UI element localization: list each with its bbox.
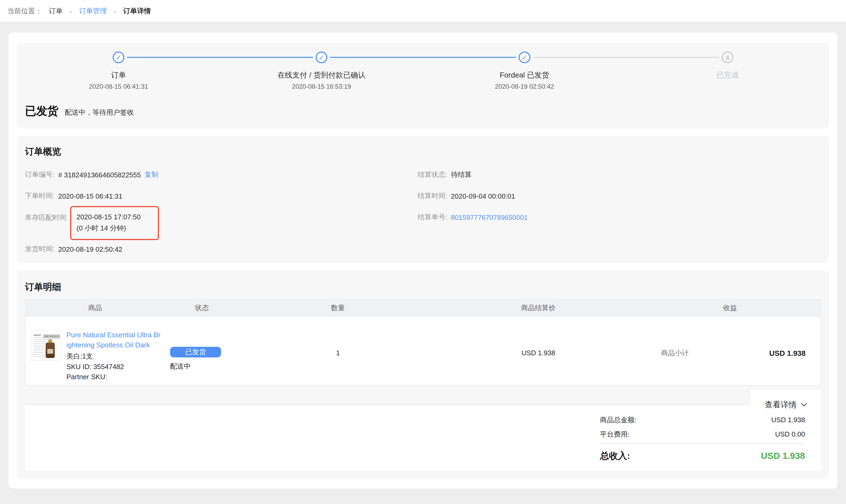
platform-fee-value: USD 0.00	[775, 430, 805, 438]
total-income-value: USD 1.938	[761, 451, 805, 462]
step-label: 在线支付 / 货到付款已确认	[277, 71, 365, 80]
breadcrumb: 当前位置： 订单 › 订单管理 › 订单详情	[0, 0, 846, 22]
settle-number-row: 结算单号: 80159777670789650001	[418, 213, 528, 222]
step-connector-pending	[533, 57, 719, 58]
column-header-status: 状态	[165, 303, 239, 312]
step-number-circle-icon: 4	[722, 52, 733, 63]
totals-section: 查看详情 商品总金额: USD 1.938 平台费用: USD 0.00	[25, 405, 821, 470]
settle-status-label: 结算状态:	[418, 170, 447, 180]
product-partner-sku: Partner SKU:	[67, 372, 161, 382]
order-number-value: # 31824913664605822555	[58, 171, 141, 179]
product-name-link[interactable]: Pure Natural Essential Ultra Brightening…	[67, 330, 161, 350]
overview-title: 订单概览	[25, 145, 61, 158]
breadcrumb-item-order-management[interactable]: 订单管理	[79, 6, 107, 16]
settle-status-value: 待结算	[451, 170, 472, 180]
settle-time-row: 结算时间: 2020-09-04 00:00:01	[418, 191, 515, 201]
status-badge: 已发货	[170, 347, 221, 357]
breadcrumb-prefix: 当前位置：	[7, 6, 42, 16]
order-time-value: 2020-08-15 06:41:31	[58, 192, 122, 200]
settle-number-link[interactable]: 80159777670789650001	[451, 213, 528, 221]
step-connector-done	[127, 57, 313, 58]
order-progress-card: ✓ 订单 2020-08-15 06:41:31 ✓ 在线支付 / 货到付款已确…	[17, 42, 829, 128]
column-header-settle-price: 商品结算价	[437, 303, 640, 312]
step-shipped: ✓ Fordeal 已发货 2020-08-19 02:50:42	[423, 42, 626, 90]
step-label: 订单	[111, 71, 126, 80]
order-time-row: 下单时间: 2020-08-15 06:41:31	[25, 191, 123, 201]
check-circle-icon: ✓	[519, 52, 530, 63]
stock-match-duration: (0 小时 14 分钟)	[76, 222, 158, 234]
stock-match-label: 库存匹配时间	[25, 213, 67, 222]
order-time-label: 下单时间:	[25, 191, 54, 201]
order-items-title: 订单明细	[17, 270, 829, 293]
check-circle-icon: ✓	[113, 52, 124, 63]
step-label: Fordeal 已发货	[500, 71, 549, 80]
settle-time-label: 结算时间:	[418, 191, 447, 201]
settle-number-label: 结算单号:	[418, 213, 447, 222]
total-amount-label: 商品总金额:	[600, 415, 636, 425]
platform-fee-label: 平台费用:	[600, 429, 630, 439]
breadcrumb-item-orders[interactable]: 订单	[49, 6, 63, 16]
column-header-product: 商品	[25, 303, 165, 312]
order-items-card: 订单明细 商品 状态 数量 商品结算价 收益	[17, 270, 829, 479]
column-header-profit: 收益	[640, 303, 821, 312]
total-income-label: 总收入:	[600, 450, 630, 462]
status-cell: 已发货 配送中	[165, 317, 239, 385]
ship-time-label: 发货时间:	[25, 244, 54, 254]
settle-time-value: 2020-09-04 00:00:01	[451, 192, 515, 200]
product-sku: SKU ID: 35547482	[67, 361, 161, 372]
step-payment-confirmed: ✓ 在线支付 / 货到付款已确认 2020-08-15 16:53:19	[220, 42, 423, 90]
order-status-line: 已发货 配送中，等待用户签收	[25, 104, 134, 119]
stock-match-time: 2020-08-15 17:07:50	[76, 211, 158, 222]
product-image-text	[34, 337, 46, 357]
table-row: 净肤淡斑精油 Pure Natural Essential Ultra Brig…	[25, 316, 821, 385]
subtotal-label: 商品小计	[661, 348, 689, 358]
order-overview-card: 订单概览 订单编号: # 31824913664605822555 复制 下单时…	[17, 136, 829, 263]
order-items-table: 商品 状态 数量 商品结算价 收益 净肤淡斑精油	[25, 299, 821, 385]
order-detail-panel: ✓ 订单 2020-08-15 06:41:31 ✓ 在线支付 / 货到付款已确…	[8, 32, 838, 489]
status-sub-text: 配送中	[170, 362, 191, 371]
order-status-description: 配送中，等待用户签收	[65, 108, 134, 118]
total-income-row: 总收入: USD 1.938	[600, 450, 805, 462]
chevron-right-icon: ›	[114, 6, 117, 15]
total-amount-value: USD 1.938	[771, 416, 805, 424]
progress-stepper: ✓ 订单 2020-08-15 06:41:31 ✓ 在线支付 / 货到付款已确…	[17, 42, 829, 90]
bottle-cap-graphic	[48, 339, 52, 343]
product-cell: 净肤淡斑精油 Pure Natural Essential Ultra Brig…	[25, 317, 165, 385]
step-timestamp: 2020-08-19 02:50:42	[495, 83, 554, 90]
step-label: 已完成	[716, 71, 739, 80]
total-amount-row: 商品总金额: USD 1.938	[600, 413, 805, 427]
bottle-label-graphic	[47, 349, 53, 354]
stock-match-highlight-box: 2020-08-15 17:07:50 (0 小时 14 分钟)	[70, 206, 159, 240]
column-header-quantity: 数量	[239, 303, 437, 312]
order-status-title: 已发货	[25, 104, 58, 119]
table-header: 商品 状态 数量 商品结算价 收益	[25, 300, 821, 316]
view-detail-label: 查看详情	[765, 400, 797, 410]
step-connector-done	[330, 57, 516, 58]
ship-time-value: 2020-08-19 02:50:42	[58, 245, 122, 253]
settle-status-row: 结算状态: 待结算	[418, 170, 472, 180]
product-image[interactable]: 净肤淡斑精油	[31, 330, 61, 361]
totals-divider	[600, 444, 805, 444]
chevron-right-icon: ›	[70, 6, 72, 15]
check-circle-icon: ✓	[316, 52, 327, 63]
chevron-down-icon	[801, 402, 807, 407]
quantity-cell: 1	[239, 317, 437, 385]
settle-price-cell: USD 1.938	[437, 317, 640, 385]
product-info: Pure Natural Essential Ultra Brightening…	[67, 330, 161, 385]
platform-fee-row: 平台费用: USD 0.00	[600, 427, 805, 441]
step-completed: 4 已完成	[626, 42, 829, 90]
totals-cluster: 商品总金额: USD 1.938 平台费用: USD 0.00 总收入: USD…	[600, 413, 805, 462]
subtotal-value: USD 1.938	[769, 349, 806, 357]
step-ordered: ✓ 订单 2020-08-15 06:41:31	[17, 42, 220, 90]
page: 当前位置： 订单 › 订单管理 › 订单详情 ✓ 订单 2020-08-15 0…	[0, 0, 846, 504]
order-number-label: 订单编号:	[25, 170, 54, 180]
step-timestamp: 2020-08-15 06:41:31	[89, 83, 148, 90]
breadcrumb-item-order-detail: 订单详情	[123, 6, 151, 16]
ship-time-row: 发货时间: 2020-08-19 02:50:42	[25, 244, 123, 254]
order-number-row: 订单编号: # 31824913664605822555 复制	[25, 170, 158, 180]
main-content: ✓ 订单 2020-08-15 06:41:31 ✓ 在线支付 / 货到付款已确…	[0, 22, 846, 489]
product-image-text	[34, 335, 41, 336]
copy-button[interactable]: 复制	[144, 170, 158, 180]
profit-cell: 商品小计 USD 1.938	[640, 317, 821, 385]
step-timestamp: 2020-08-15 16:53:19	[292, 83, 351, 90]
